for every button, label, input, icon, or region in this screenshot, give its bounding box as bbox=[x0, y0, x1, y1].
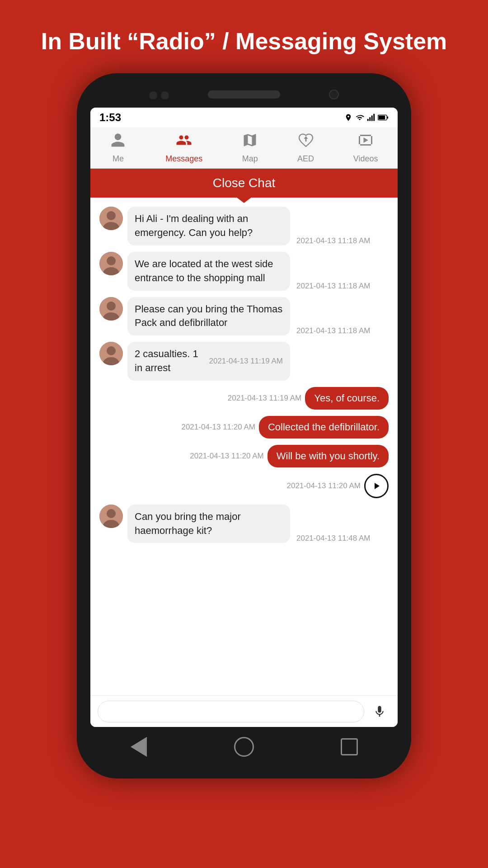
status-bar: 1:53 bbox=[90, 108, 398, 127]
back-button[interactable] bbox=[127, 735, 150, 759]
avatar-1 bbox=[99, 207, 123, 230]
message-1: Hi Ali - I'm dealing with an emergency. … bbox=[99, 207, 389, 245]
message-2: We are located at the west side entrance… bbox=[99, 252, 389, 291]
timestamp-6: 2021-04-13 11:20 AM bbox=[181, 423, 255, 432]
signal-icon bbox=[367, 113, 375, 122]
svg-point-11 bbox=[107, 256, 116, 265]
page-title: In Built “Radio” / Messaging System bbox=[5, 0, 483, 73]
message-4: 2 casualties. 1 in arrest 2021-04-13 11:… bbox=[99, 342, 389, 381]
timestamp-4: 2021-04-13 11:19 AM bbox=[209, 357, 283, 366]
svg-rect-3 bbox=[373, 114, 375, 121]
home-button[interactable] bbox=[232, 735, 256, 759]
message-9: Can you bring the major haemorrhage kit?… bbox=[99, 505, 389, 543]
svg-rect-2 bbox=[371, 116, 373, 121]
timestamp-1: 2021-04-13 11:18 AM bbox=[296, 236, 371, 245]
svg-rect-5 bbox=[379, 116, 385, 120]
msg-text-7: Will be with you shortly. bbox=[277, 450, 380, 462]
svg-point-20 bbox=[107, 509, 116, 518]
phone-dots bbox=[149, 91, 169, 99]
svg-point-14 bbox=[107, 302, 116, 311]
msg-text-1: Hi Ali - I'm dealing with an emergency. … bbox=[135, 213, 253, 238]
phone-wrapper: 1:53 bbox=[72, 73, 416, 806]
nav-label-messages: Messages bbox=[165, 154, 202, 164]
nav-label-me: Me bbox=[113, 154, 124, 164]
group-icon bbox=[176, 132, 192, 152]
svg-rect-0 bbox=[367, 119, 369, 121]
timestamp-5: 2021-04-13 11:19 AM bbox=[228, 394, 302, 403]
close-chat-label: Close Chat bbox=[213, 176, 276, 190]
avatar-2 bbox=[99, 252, 123, 275]
bubble-6: Collected the defibrillator. bbox=[259, 416, 389, 439]
map-icon bbox=[242, 132, 258, 152]
phone-bottom-bar bbox=[86, 727, 402, 769]
nav-item-map[interactable]: Map bbox=[242, 132, 258, 164]
location-icon bbox=[344, 113, 352, 122]
svg-point-8 bbox=[107, 211, 116, 220]
svg-point-17 bbox=[107, 346, 116, 355]
status-icons bbox=[344, 113, 389, 122]
msg-text-6: Collected the defibrillator. bbox=[268, 421, 380, 433]
nav-bar: Me Messages Map bbox=[90, 127, 398, 169]
status-time: 1:53 bbox=[99, 111, 121, 124]
phone-body: 1:53 bbox=[77, 73, 411, 778]
battery-icon bbox=[378, 114, 389, 121]
nav-label-videos: Videos bbox=[353, 154, 378, 164]
message-6: 2021-04-13 11:20 AM Collected the defibr… bbox=[99, 416, 389, 439]
timestamp-8: 2021-04-13 11:20 AM bbox=[286, 481, 361, 491]
svg-rect-1 bbox=[369, 118, 371, 121]
recent-apps-button[interactable] bbox=[338, 735, 361, 759]
timestamp-2: 2021-04-13 11:18 AM bbox=[296, 282, 371, 291]
bubble-1: Hi Ali - I'm dealing with an emergency. … bbox=[127, 207, 290, 245]
message-7: 2021-04-13 11:20 AM Will be with you sho… bbox=[99, 445, 389, 467]
phone-camera bbox=[329, 90, 339, 99]
aed-icon bbox=[298, 132, 314, 152]
mic-button[interactable] bbox=[369, 701, 390, 722]
nav-item-aed[interactable]: AED bbox=[297, 132, 314, 164]
bubble-9: Can you bring the major haemorrhage kit? bbox=[127, 505, 290, 543]
msg-text-4: 2 casualties. 1 in arrest bbox=[135, 347, 201, 375]
bubble-4: 2 casualties. 1 in arrest 2021-04-13 11:… bbox=[127, 342, 290, 381]
message-8-audio: 2021-04-13 11:20 AM bbox=[99, 474, 389, 498]
message-input[interactable] bbox=[98, 701, 364, 722]
person-icon bbox=[110, 132, 126, 152]
timestamp-9: 2021-04-13 11:48 AM bbox=[296, 534, 371, 543]
msg-text-5: Yes, of course. bbox=[314, 392, 380, 404]
msg-text-9: Can you bring the major haemorrhage kit? bbox=[135, 511, 241, 536]
nav-item-messages[interactable]: Messages bbox=[165, 132, 202, 164]
close-chat-header[interactable]: Close Chat bbox=[90, 169, 398, 198]
timestamp-3: 2021-04-13 11:18 AM bbox=[296, 326, 371, 335]
wifi-icon bbox=[355, 113, 364, 122]
svg-rect-6 bbox=[387, 117, 389, 119]
avatar-3 bbox=[99, 297, 123, 321]
nav-label-map: Map bbox=[242, 154, 258, 164]
bubble-3: Please can you bring the Thomas Pack and… bbox=[127, 297, 290, 336]
bubble-5: Yes, of course. bbox=[305, 387, 389, 410]
phone-speaker bbox=[208, 90, 280, 99]
message-5: 2021-04-13 11:19 AM Yes, of course. bbox=[99, 387, 389, 410]
message-3: Please can you bring the Thomas Pack and… bbox=[99, 297, 389, 336]
chat-area: Hi Ali - I'm dealing with an emergency. … bbox=[90, 198, 398, 695]
msg-text-3: Please can you bring the Thomas Pack and… bbox=[135, 303, 282, 329]
play-button[interactable] bbox=[364, 474, 389, 498]
avatar-9 bbox=[99, 505, 123, 528]
nav-item-videos[interactable]: Videos bbox=[353, 132, 378, 164]
bubble-7: Will be with you shortly. bbox=[267, 445, 389, 467]
bubble-2: We are located at the west side entrance… bbox=[127, 252, 290, 291]
screen: 1:53 bbox=[90, 108, 398, 727]
msg-text-2: We are located at the west side entrance… bbox=[135, 258, 273, 283]
timestamp-7: 2021-04-13 11:20 AM bbox=[190, 452, 264, 461]
input-area bbox=[90, 695, 398, 727]
nav-label-aed: AED bbox=[297, 154, 314, 164]
avatar-4 bbox=[99, 342, 123, 365]
nav-item-me[interactable]: Me bbox=[110, 132, 126, 164]
video-icon bbox=[357, 132, 374, 152]
